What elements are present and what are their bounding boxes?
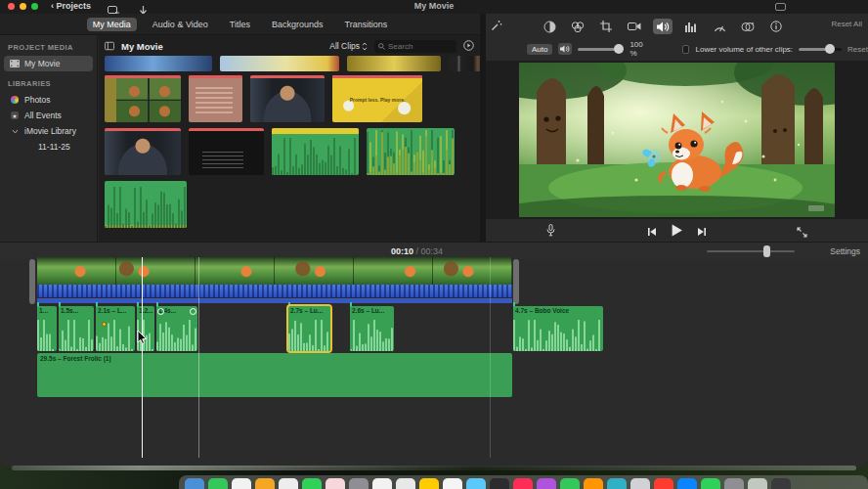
dock-app-icon[interactable] xyxy=(255,478,275,489)
noise-reduction-icon[interactable] xyxy=(681,19,701,34)
timecode: 00:10 / 00:34 xyxy=(391,246,443,256)
tab-backgrounds[interactable]: Backgrounds xyxy=(266,18,329,31)
sidebar-item-11-11-25[interactable]: 11-11-25 xyxy=(4,139,93,155)
dock-app-icon[interactable] xyxy=(654,478,673,489)
media-thumbnail-head[interactable] xyxy=(250,75,325,122)
sidebar-item-label: My Movie xyxy=(24,59,60,68)
color-correction-icon[interactable] xyxy=(568,19,587,34)
video-frame-thumbnail xyxy=(354,257,433,285)
fade-handle[interactable] xyxy=(190,308,196,315)
skip-back-button[interactable] xyxy=(647,223,657,241)
libraries-sidebar: PROJECT MEDIA My Movie LIBRARIES Photos★… xyxy=(0,35,98,242)
settings-button[interactable]: Settings xyxy=(830,246,860,256)
all-clips-dropdown[interactable]: All Clips xyxy=(329,41,368,51)
speed-icon[interactable] xyxy=(710,19,729,34)
tab-transitions[interactable]: Transitions xyxy=(338,18,393,31)
video-track[interactable] xyxy=(37,257,512,285)
audio-clip[interactable]: 1.5s... xyxy=(59,306,94,351)
reset-button[interactable]: Reset xyxy=(847,45,868,54)
sidebar-item-my-movie[interactable]: My Movie xyxy=(4,56,93,71)
dock-app-icon[interactable] xyxy=(490,478,509,489)
stabilization-icon[interactable] xyxy=(625,19,644,34)
audio-clip[interactable]: 2.1s – L... xyxy=(96,306,135,351)
dock-app-icon[interactable] xyxy=(537,478,556,489)
dock-app-icon[interactable] xyxy=(771,478,791,489)
play-button[interactable] xyxy=(671,223,683,241)
media-thumbnail-strip-blue[interactable] xyxy=(105,56,212,71)
dock-app-icon[interactable] xyxy=(560,478,580,489)
dock-app-icon[interactable] xyxy=(396,478,415,489)
media-thumbnail-strip-yellow[interactable] xyxy=(347,56,441,71)
color-balance-icon[interactable] xyxy=(540,19,559,34)
auto-volume-button[interactable]: Auto xyxy=(527,44,552,55)
media-thumbnail-note[interactable] xyxy=(189,75,242,122)
dock-app-icon[interactable] xyxy=(724,478,744,489)
media-thumbnail-terminal[interactable] xyxy=(189,128,264,175)
dock-app-icon[interactable] xyxy=(677,478,697,489)
media-thumbnail-audio-plain[interactable] xyxy=(105,181,187,228)
lower-volume-checkbox[interactable] xyxy=(682,45,690,54)
dock-app-icon[interactable] xyxy=(443,478,462,489)
video-frame-thumbnail xyxy=(116,257,195,285)
audio-clip[interactable]: 1.4s... xyxy=(156,306,197,351)
video-audio-waveform[interactable] xyxy=(37,285,512,297)
fullscreen-button[interactable] xyxy=(797,224,807,242)
volume-slider[interactable] xyxy=(578,48,624,51)
dock-app-icon[interactable] xyxy=(279,478,298,489)
reset-all-button[interactable]: Reset All xyxy=(831,20,862,28)
playhead-guide xyxy=(490,257,491,458)
dock-app-icon[interactable] xyxy=(607,478,627,489)
dock-app-icon[interactable] xyxy=(302,478,322,489)
timeline-zoom-slider[interactable] xyxy=(707,250,795,252)
skip-forward-button[interactable] xyxy=(697,223,707,241)
dock-app-icon[interactable] xyxy=(630,478,650,489)
fade-handle[interactable] xyxy=(157,308,164,315)
dock-app-icon[interactable] xyxy=(208,478,228,489)
dock-app-icon[interactable] xyxy=(513,478,533,489)
info-icon[interactable] xyxy=(766,19,786,34)
dock-app-icon[interactable] xyxy=(584,478,603,489)
media-thumbnail-audio-yellow-top[interactable] xyxy=(272,128,359,175)
crop-icon[interactable] xyxy=(596,19,616,34)
dock-app-icon[interactable] xyxy=(466,478,486,489)
clip-trim-handle-left[interactable] xyxy=(29,259,35,304)
media-thumbnail-strip-grad[interactable] xyxy=(220,56,339,71)
dock-app-icon[interactable] xyxy=(372,478,392,489)
dock-app-icon[interactable] xyxy=(232,478,251,489)
lower-volume-slider[interactable] xyxy=(799,48,842,51)
tab-titles[interactable]: Titles xyxy=(224,18,256,31)
sidebar-item-imovie-library[interactable]: iMovie Library xyxy=(4,123,93,139)
volume-icon[interactable] xyxy=(653,19,673,34)
dock-app-icon[interactable] xyxy=(185,478,204,489)
sidebar-item-photos[interactable]: Photos xyxy=(4,92,93,108)
media-thumbnail-yellow[interactable]: Prompt less. Play more. xyxy=(332,75,422,122)
search-placeholder: Search xyxy=(388,42,412,51)
media-thumbnail-audio-peaks[interactable] xyxy=(367,128,455,175)
effects-icon[interactable] xyxy=(738,19,758,34)
mouse-cursor xyxy=(137,330,148,348)
search-input[interactable]: Search xyxy=(374,40,456,53)
tab-my-media[interactable]: My Media xyxy=(87,18,137,31)
dock-app-icon[interactable] xyxy=(419,478,439,489)
dock-app-icon[interactable] xyxy=(349,478,369,489)
media-thumbnail-head[interactable] xyxy=(105,128,181,175)
dock-app-icon[interactable] xyxy=(701,478,720,489)
dock-app-icon[interactable] xyxy=(326,478,345,489)
background-music-clip[interactable]: 29.5s – Forest Frolic (1) xyxy=(37,353,512,397)
sidebar-item-label: All Events xyxy=(24,111,62,120)
tab-audio-video[interactable]: Audio & Video xyxy=(147,18,214,31)
audio-clip[interactable]: 2.6s – Lu... xyxy=(350,306,394,351)
media-thumbnail-fox-grid[interactable] xyxy=(105,75,181,122)
audio-clip[interactable]: 1... xyxy=(37,306,57,351)
clip-trim-handle-right[interactable] xyxy=(513,259,519,304)
mute-speaker-button[interactable] xyxy=(558,43,572,55)
screen-mirroring-icon[interactable] xyxy=(775,3,786,11)
sidebar-item-all-events[interactable]: ★All Events xyxy=(4,108,93,123)
dock-app-icon[interactable] xyxy=(748,478,767,489)
clip-filter-play-icon[interactable] xyxy=(463,37,474,55)
playhead[interactable] xyxy=(142,257,143,458)
sidebar-toggle-icon[interactable] xyxy=(105,41,114,51)
audio-clip[interactable]: 2.7s – Lu... xyxy=(288,306,330,351)
audio-clip[interactable]: 4.7s – Bobo Voice xyxy=(513,306,603,351)
media-row xyxy=(105,128,455,175)
